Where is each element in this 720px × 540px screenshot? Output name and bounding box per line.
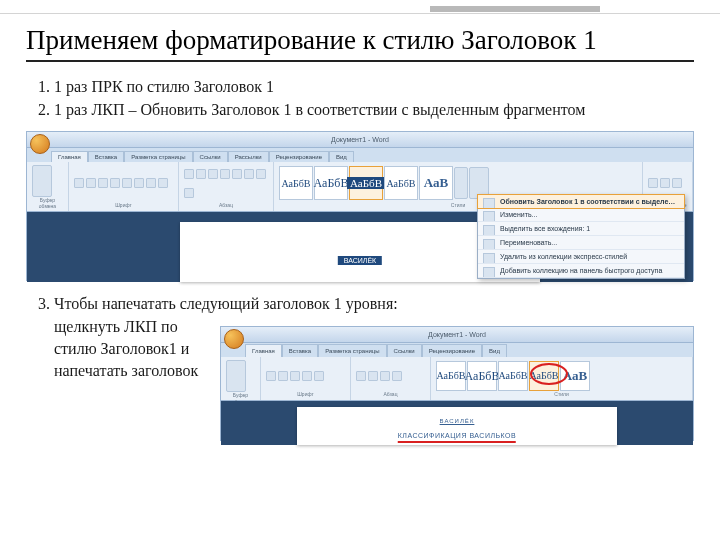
steps-list-cont: Чтобы напечатать следующий заголовок 1 у… <box>26 293 694 454</box>
tab-refs[interactable]: Ссылки <box>193 151 228 162</box>
style-box-heading2[interactable]: АаБбВ <box>529 361 559 391</box>
strike-icon[interactable] <box>110 178 120 188</box>
word-screenshot-2: Документ1 - Word Главная Вставка Разметк… <box>220 326 694 441</box>
bullets-icon[interactable] <box>356 371 366 381</box>
style-box-title[interactable]: АаВ <box>419 166 453 200</box>
numbering-icon[interactable] <box>368 371 378 381</box>
tab-mail[interactable]: Рассылки <box>228 151 269 162</box>
italic-icon[interactable] <box>278 371 288 381</box>
slide-top-decoration <box>0 0 720 18</box>
align-center-icon[interactable] <box>392 371 402 381</box>
align-left-icon[interactable] <box>244 169 254 179</box>
underline-icon[interactable] <box>290 371 300 381</box>
tab-view[interactable]: Вид <box>482 344 507 357</box>
step-3-intro: Чтобы напечатать следующий заголовок 1 у… <box>54 295 398 312</box>
office-button-icon[interactable] <box>30 134 50 154</box>
group-clipboard: Буфер обмена <box>27 162 69 211</box>
select-icon[interactable] <box>672 178 682 188</box>
underline-icon[interactable] <box>98 178 108 188</box>
menu-update-style[interactable]: Обновить Заголовок 1 в соответствии с вы… <box>477 194 685 209</box>
tab-insert[interactable]: Вставка <box>282 344 318 357</box>
find-icon[interactable] <box>648 178 658 188</box>
selected-heading-text: ВАСИЛЁК <box>338 256 382 265</box>
multilevel-icon[interactable] <box>208 169 218 179</box>
styles-more-icon[interactable] <box>454 167 468 199</box>
menu-rename[interactable]: Переименовать... <box>478 236 684 250</box>
style-box-normal[interactable]: АаБбВ <box>436 361 466 391</box>
menu-add-qat[interactable]: Добавить коллекцию на панель быстрого до… <box>478 264 684 278</box>
group-font: Шрифт <box>69 162 179 211</box>
group-clipboard: Буфер обмена <box>221 357 261 400</box>
tab-review[interactable]: Рецензирование <box>269 151 329 162</box>
style-box-title[interactable]: АаВ <box>560 361 590 391</box>
group-font-label: Шрифт <box>266 391 345 398</box>
indent-inc-icon[interactable] <box>232 169 242 179</box>
style-box-nospacing[interactable]: АаБбВ <box>314 166 348 200</box>
style-sample: АаБбВ <box>465 368 500 384</box>
word-titlebar: Документ1 - Word <box>221 327 693 343</box>
style-box-heading1[interactable]: АаБбВ <box>498 361 528 391</box>
tab-layout[interactable]: Разметка страницы <box>318 344 386 357</box>
step-3: Чтобы напечатать следующий заголовок 1 у… <box>54 293 694 454</box>
sub-icon[interactable] <box>122 178 132 188</box>
group-font: Шрифт <box>261 357 351 400</box>
italic-icon[interactable] <box>86 178 96 188</box>
style-sample: АаБбВ <box>529 369 558 383</box>
page-heading-2-typed: КЛАССИФИКАЦИЯ ВАСИЛЬКОВ <box>398 431 516 442</box>
group-paragraph: Абзац <box>179 162 274 211</box>
word-document-area: ВАСИЛЁК КЛАССИФИКАЦИЯ ВАСИЛЬКОВ <box>221 401 693 445</box>
fontcolor-icon[interactable] <box>314 371 324 381</box>
style-sample: АаВ <box>563 367 587 385</box>
fontcolor-icon[interactable] <box>158 178 168 188</box>
group-clipboard-label: Буфер обмена <box>32 197 63 209</box>
style-box-nospacing[interactable]: АаБбВ <box>467 361 497 391</box>
word-titlebar: Документ1 - Word <box>27 132 693 148</box>
style-box-normal[interactable]: АаБбВ <box>279 166 313 200</box>
tab-home[interactable]: Главная <box>245 344 282 357</box>
style-context-menu: Обновить Заголовок 1 в соответствии с вы… <box>477 194 685 279</box>
bold-icon[interactable] <box>266 371 276 381</box>
align-right-icon[interactable] <box>184 188 194 198</box>
align-left-icon[interactable] <box>380 371 390 381</box>
group-font-label: Шрифт <box>74 202 173 208</box>
style-box-heading1[interactable]: АаБбВ <box>349 166 383 200</box>
step-2: 1 раз ЛКП – Обновить Заголовок 1 в соотв… <box>54 99 694 121</box>
slide-content: Применяем форматирование к стилю Заголов… <box>0 18 720 453</box>
bullets-icon[interactable] <box>184 169 194 179</box>
sup-icon[interactable] <box>134 178 144 188</box>
menu-modify[interactable]: Изменить... <box>478 208 684 222</box>
ribbon: Буфер обмена Шрифт Абзац АаБбВ <box>221 357 693 401</box>
highlight-icon[interactable] <box>302 371 312 381</box>
menu-select-all[interactable]: Выделить все вхождения: 1 <box>478 222 684 236</box>
tab-layout[interactable]: Разметка страницы <box>124 151 192 162</box>
menu-remove[interactable]: Удалить из коллекции экспресс-стилей <box>478 250 684 264</box>
style-box-heading2[interactable]: АаБбВ <box>384 166 418 200</box>
bold-icon[interactable] <box>74 178 84 188</box>
numbering-icon[interactable] <box>196 169 206 179</box>
word-screenshot-1: Документ1 - Word Главная Вставка Разметк… <box>26 131 694 281</box>
paste-icon[interactable] <box>32 165 52 197</box>
tab-insert[interactable]: Вставка <box>88 151 124 162</box>
tab-review[interactable]: Рецензирование <box>422 344 482 357</box>
tab-home[interactable]: Главная <box>51 151 88 162</box>
style-sample: АаБбВ <box>314 176 349 191</box>
ribbon: Буфер обмена Шрифт Абзац АаБбВ АаБбВ АаБ… <box>27 162 693 212</box>
ribbon-tabs: Главная Вставка Разметка страницы Ссылки… <box>221 343 693 357</box>
paste-icon[interactable] <box>226 360 246 392</box>
style-sample: АаБбВ <box>436 369 465 383</box>
group-styles: АаБбВ АаБбВ АаБбВ АаБбВ АаВ Стили <box>431 357 693 400</box>
tab-refs[interactable]: Ссылки <box>387 344 422 357</box>
align-center-icon[interactable] <box>256 169 266 179</box>
style-sample: АаБбВ <box>347 177 385 189</box>
title-rule <box>26 60 694 62</box>
highlight-icon[interactable] <box>146 178 156 188</box>
indent-dec-icon[interactable] <box>220 169 230 179</box>
style-sample: АаВ <box>424 175 448 191</box>
group-paragraph: Абзац <box>351 357 431 400</box>
tab-view[interactable]: Вид <box>329 151 354 162</box>
step-1: 1 раз ПРК по стилю Заголовок 1 <box>54 76 694 98</box>
group-styles-label: Стили <box>436 391 687 398</box>
style-sample: АаБбВ <box>281 178 310 189</box>
replace-icon[interactable] <box>660 178 670 188</box>
style-sample: АаБбВ <box>386 178 415 189</box>
